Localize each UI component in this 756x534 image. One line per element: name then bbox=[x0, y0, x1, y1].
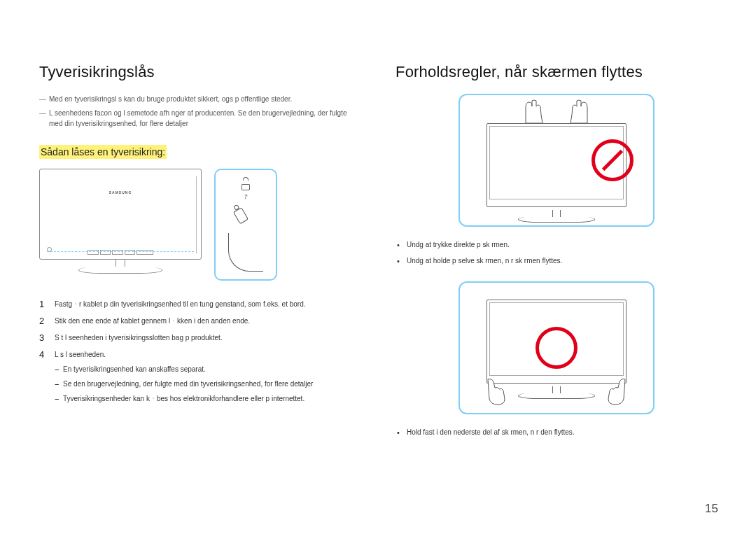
lock-plug-icon bbox=[230, 204, 253, 230]
precaution-diagram-hold-bottom bbox=[458, 281, 654, 414]
lock-notes: Med en tyverisikringsl s kan du bruge pr… bbox=[39, 94, 360, 129]
step-4: L s l seenheden. En tyverisikringsenhed … bbox=[39, 346, 360, 409]
lock-guide-line-icon bbox=[47, 251, 194, 252]
lock-cable-icon bbox=[228, 233, 263, 272]
right-column: Forholdsregler, når skærmen flyttes Undg… bbox=[396, 63, 717, 453]
step-3: S t l seenheden i tyverisikringsslotten … bbox=[39, 330, 360, 346]
monitor-back-diagram: SAMSUNG bbox=[39, 169, 202, 281]
heading-lock: Tyverisikringslås bbox=[39, 63, 360, 81]
lock-note-2: L seenhedens facon og l semetode afh nge… bbox=[39, 108, 360, 129]
left-column: Tyverisikringslås Med en tyverisikringsl… bbox=[39, 63, 360, 453]
correct-action-circle-icon bbox=[536, 327, 578, 369]
subheading-how-to-lock: Sådan låses en tyverisikring: bbox=[39, 145, 167, 159]
precaution-bullets-1: Undg at trykke direkte p sk rmen. Undg a… bbox=[397, 237, 717, 269]
precaution-diagram-dont-touch bbox=[458, 94, 654, 227]
precaution-2-bullet-1: Hold fast i den nederste del af sk rmen,… bbox=[397, 424, 717, 440]
step-4-sub-1: En tyverisikringsenhed kan anskaffes sep… bbox=[55, 362, 360, 377]
step-4-text: L s l seenheden. bbox=[55, 351, 106, 358]
step-1: Fastgㆍr kablet p din tyverisikringsenhed… bbox=[39, 296, 360, 313]
prohibition-icon bbox=[592, 139, 634, 181]
heading-precautions: Forholdsregler, når skærmen flyttes bbox=[396, 63, 717, 81]
hands-on-bottom-icon bbox=[486, 378, 626, 406]
lock-detail-diagram: ↗ bbox=[214, 169, 277, 281]
lock-slot-icon bbox=[239, 177, 252, 190]
step-4-subnotes: En tyverisikringsenhed kan anskaffes sep… bbox=[55, 362, 360, 406]
lock-diagram-row: SAMSUNG ↗ bbox=[39, 169, 360, 281]
precaution-bullets-2: Hold fast i den nederste del af sk rmen,… bbox=[397, 424, 717, 440]
precaution-1-bullet-1: Undg at trykke direkte p sk rmen. bbox=[397, 237, 717, 253]
step-2: Stik den ene ende af kablet gennem lㆍkke… bbox=[39, 313, 360, 330]
hands-on-top-icon bbox=[522, 99, 591, 125]
insert-arrow-icon: ↗ bbox=[241, 191, 250, 201]
monitor-brand-label: SAMSUNG bbox=[109, 190, 132, 195]
page-number: 15 bbox=[705, 502, 718, 516]
step-4-sub-2: Se den brugervejledning, der fulgte med … bbox=[55, 377, 360, 391]
lock-note-1: Med en tyverisikringsl s kan du bruge pr… bbox=[39, 94, 360, 105]
lock-steps-list: Fastgㆍr kablet p din tyverisikringsenhed… bbox=[39, 296, 360, 409]
precaution-1-bullet-2: Undg at holde p selve sk rmen, n r sk rm… bbox=[397, 253, 717, 269]
step-4-sub-3: Tyverisikringsenheder kan kㆍbes hos elek… bbox=[55, 391, 360, 406]
